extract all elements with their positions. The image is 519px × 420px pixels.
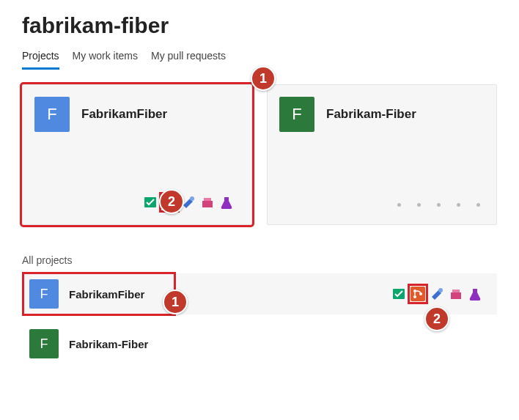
project-card-fabrikamfiber[interactable]: F FabrikamFiber <box>22 84 252 225</box>
project-row-fabrikamfiber[interactable]: F FabrikamFiber <box>22 273 497 314</box>
test-plans-icon[interactable] <box>466 285 484 303</box>
svg-point-11 <box>413 295 416 298</box>
boards-icon[interactable] <box>141 194 159 211</box>
project-tile: F <box>29 329 59 358</box>
svg-rect-6 <box>202 201 213 207</box>
callout-badge-2: 2 <box>159 189 184 214</box>
callout-badge-1: 1 <box>251 66 276 91</box>
boards-icon[interactable] <box>390 285 408 303</box>
all-projects-label: All projects <box>22 254 497 266</box>
project-tile: F <box>279 97 314 132</box>
project-name: FabrikamFiber <box>81 107 167 122</box>
svg-rect-9 <box>411 287 425 301</box>
svg-rect-14 <box>451 292 461 299</box>
project-name: Fabrikam-Fiber <box>326 107 416 122</box>
project-cards: F FabrikamFiber <box>22 77 497 225</box>
svg-point-10 <box>413 290 416 292</box>
project-card-fabrikam-fiber[interactable]: F Fabrikam-Fiber <box>267 84 497 225</box>
callout-badge-1b: 1 <box>163 290 188 314</box>
svg-rect-7 <box>204 198 211 201</box>
project-tile: F <box>34 97 70 132</box>
svg-point-13 <box>438 288 443 292</box>
tab-my-pull-requests[interactable]: My pull requests <box>151 47 226 70</box>
service-icons <box>141 194 235 211</box>
svg-point-5 <box>190 196 194 201</box>
pipelines-icon[interactable] <box>428 285 446 303</box>
svg-rect-15 <box>452 290 460 292</box>
service-icons <box>390 285 484 303</box>
callout-badge-2b: 2 <box>424 306 449 331</box>
repos-icon[interactable] <box>409 285 427 303</box>
artifacts-icon[interactable] <box>199 194 216 211</box>
test-plans-icon[interactable] <box>218 194 235 211</box>
artifacts-icon[interactable] <box>447 285 465 303</box>
placeholder-dots <box>397 203 480 207</box>
tab-projects[interactable]: Projects <box>22 47 59 70</box>
project-tile: F <box>29 279 59 309</box>
org-title: fabrikam-fiber <box>22 13 497 38</box>
tab-my-work-items[interactable]: My work items <box>73 47 138 70</box>
project-name: Fabrikam-Fiber <box>69 338 148 350</box>
project-name: FabrikamFiber <box>69 288 144 301</box>
project-row-fabrikam-fiber[interactable]: F Fabrikam-Fiber <box>22 323 497 364</box>
